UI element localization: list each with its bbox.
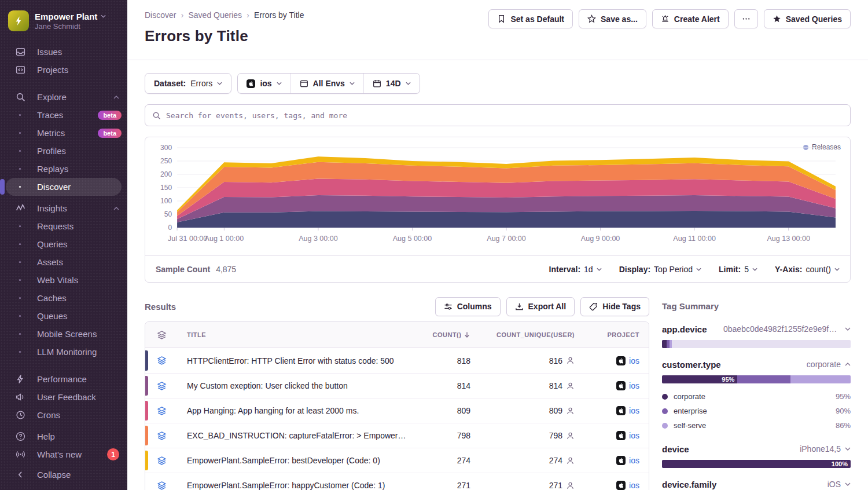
sidebar-item-user-feedback[interactable]: User Feedback (0, 388, 127, 406)
chevron-down-icon (752, 268, 757, 271)
row-title-link[interactable]: App Hanging: App hanging for at least 20… (178, 406, 416, 415)
interval-selector[interactable]: Interval: 1d (549, 265, 602, 274)
apple-icon (616, 381, 626, 390)
column-header-title[interactable]: TITLE (178, 331, 416, 338)
export-all-button[interactable]: Export All (506, 297, 575, 316)
sidebar-item-performance[interactable]: Performance (0, 370, 127, 388)
saved-queries-button[interactable]: Saved Queries (764, 9, 851, 28)
sidebar-item-web-vitals[interactable]: Web Vitals (6, 271, 122, 289)
table-row[interactable]: EXC_BAD_INSTRUCTION: captureFatalError: … (145, 423, 649, 448)
table-row[interactable]: HTTPClientError: HTTP Client Error with … (145, 348, 649, 373)
sidebar-item-replays[interactable]: Replays (6, 160, 122, 178)
breadcrumb-saved-queries[interactable]: Saved Queries (188, 10, 242, 20)
sidebar-item-profiles[interactable]: Profiles (6, 142, 122, 160)
chevron-down-icon (834, 268, 840, 271)
ellipsis-icon (742, 14, 751, 23)
yaxis-selector[interactable]: Y-Axis: count() (775, 265, 840, 274)
column-header-count-unique[interactable]: COUNT_UNIQUE(USER) (480, 331, 584, 338)
sidebar-item-help[interactable]: Help (0, 427, 127, 445)
sidebar-item-queues[interactable]: Queues (6, 307, 122, 325)
tag-bar-segment (790, 375, 851, 383)
set-as-default-button[interactable]: Set as Default (488, 9, 573, 28)
columns-button[interactable]: Columns (435, 297, 501, 316)
row-count-unique: 816 (480, 356, 584, 365)
sidebar-item-llm-monitoring[interactable]: LLM Monitoring (6, 343, 122, 361)
chevron-up-icon[interactable] (113, 207, 119, 210)
breadcrumb-discover[interactable]: Discover (145, 10, 176, 20)
tag-value-row[interactable]: self-serve86% (662, 418, 851, 433)
chevron-up-icon[interactable] (113, 96, 119, 99)
tag-header-device[interactable]: deviceiPhone14,5 (662, 442, 851, 456)
dataset-selector[interactable]: Dataset: Errors (145, 73, 231, 94)
table-row[interactable]: EmpowerPlant.SampleError: bestDeveloper … (145, 448, 649, 473)
limit-selector[interactable]: Limit: 5 (719, 265, 757, 274)
project-link[interactable]: ios (629, 456, 639, 465)
row-title-link[interactable]: EmpowerPlant.SampleError: happyCustomer … (178, 481, 416, 490)
save-as-button[interactable]: Save as... (579, 9, 646, 28)
sidebar-item-mobile-screens[interactable]: Mobile Screens (6, 325, 122, 343)
display-selector[interactable]: Display: Top Period (619, 265, 701, 274)
sidebar-item-projects[interactable]: Projects (0, 61, 127, 79)
chevron-up-icon[interactable] (845, 363, 851, 366)
org-switcher[interactable]: Empower Plant Jane Schmidt (0, 7, 127, 39)
row-project: ios (584, 406, 649, 415)
project-link[interactable]: ios (629, 481, 639, 490)
table-row[interactable]: EmpowerPlant.SampleError: happyCustomer … (145, 473, 649, 490)
row-title-link[interactable]: HTTPClientError: HTTP Client Error with … (178, 356, 416, 365)
tag-bar-segment (670, 340, 672, 348)
sidebar-item-insights[interactable]: Insights (0, 199, 127, 217)
search-input[interactable] (166, 111, 843, 120)
sidebar-item-queries[interactable]: Queries (6, 235, 122, 253)
apple-icon (247, 79, 255, 88)
sidebar-item-label: Crons (37, 410, 60, 420)
row-title-link[interactable]: EXC_BAD_INSTRUCTION: captureFatalError: … (178, 431, 416, 440)
sidebar-item-caches[interactable]: Caches (6, 289, 122, 307)
sidebar-item-discover[interactable]: Discover (6, 178, 122, 196)
chevron-down-icon[interactable] (845, 482, 851, 486)
row-title-link[interactable]: EmpowerPlant.SampleError: bestDeveloper … (178, 456, 416, 465)
sidebar-item-issues[interactable]: Issues (0, 43, 127, 61)
tag-header-device-family[interactable]: device.familyiOS (662, 477, 851, 490)
sidebar-item-assets[interactable]: Assets (6, 253, 122, 271)
chevron-down-icon[interactable] (845, 327, 851, 331)
sidebar-item-traces[interactable]: Tracesbeta (6, 106, 122, 124)
sidebar-item-metrics[interactable]: Metricsbeta (6, 124, 122, 142)
column-header-count[interactable]: COUNT() (416, 331, 480, 338)
svg-text:Aug 11 00:00: Aug 11 00:00 (673, 235, 716, 243)
filter-bar: Dataset: Errors ios All Envs (145, 73, 851, 94)
row-count: 818 (416, 356, 480, 365)
chevron-down-icon[interactable] (845, 447, 851, 451)
sidebar-item-crons[interactable]: Crons (0, 406, 127, 424)
tag-value-row[interactable]: corporate95% (662, 389, 851, 404)
event-stack-icon (145, 406, 178, 416)
tag-name: app.device (662, 324, 707, 334)
project-link[interactable]: ios (629, 406, 639, 415)
sidebar-item-requests[interactable]: Requests (6, 217, 122, 235)
sidebar-item-label: LLM Monitoring (37, 347, 97, 357)
hide-tags-button[interactable]: Hide Tags (580, 297, 649, 316)
date-range-filter[interactable]: 14D (363, 74, 420, 93)
sidebar-item-explore[interactable]: Explore (0, 88, 127, 106)
column-header-project[interactable]: PROJECT (584, 331, 649, 338)
sidebar-item-what-s-new[interactable]: What's new1 (0, 445, 127, 463)
tag-value-row[interactable]: enterprise90% (662, 404, 851, 418)
create-alert-button[interactable]: Create Alert (652, 9, 729, 28)
help-icon (15, 432, 25, 442)
row-title-link[interactable]: My Custom exeption: User clicked the but… (178, 381, 416, 390)
project-link[interactable]: ios (629, 431, 639, 440)
row-project: ios (584, 456, 649, 465)
project-link[interactable]: ios (629, 381, 639, 390)
project-link[interactable]: ios (629, 356, 639, 365)
table-row[interactable]: My Custom exeption: User clicked the but… (145, 373, 649, 398)
sidebar-item-label: Queues (37, 311, 68, 321)
tag-value-label: corporate (674, 392, 705, 401)
tag-header-app-device[interactable]: app.device0baebc0de4982f1255f2e9e9fb7… (662, 322, 851, 336)
breadcrumb-current: Errors by Title (254, 10, 304, 20)
more-options-button[interactable] (734, 9, 758, 28)
project-filter[interactable]: ios (238, 74, 290, 93)
svg-text:Aug 5 00:00: Aug 5 00:00 (393, 235, 432, 243)
table-row[interactable]: App Hanging: App hanging for at least 20… (145, 398, 649, 423)
sidebar-collapse-button[interactable]: Collapse (0, 465, 127, 484)
tag-header-customer-type[interactable]: customer.typecorporate (662, 357, 851, 371)
environment-filter[interactable]: All Envs (290, 74, 363, 93)
